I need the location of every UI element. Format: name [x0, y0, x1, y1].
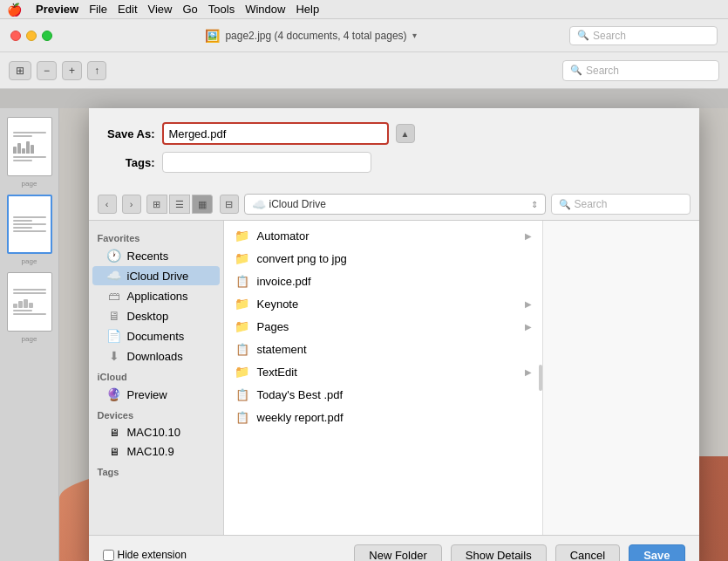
menu-help[interactable]: Help	[296, 3, 319, 16]
new-folder-button[interactable]: New Folder	[354, 544, 441, 561]
arrow-icon-textedit: ▶	[525, 367, 532, 377]
sidebar-item-mac1010[interactable]: 🖥 MAC10.10	[92, 423, 220, 441]
file-item-pages[interactable]: 📁 Pages ▶	[224, 315, 542, 338]
preview-icon: 🔮	[106, 387, 122, 401]
zoom-in-btn[interactable]: +	[62, 61, 82, 80]
main-area: Save As: ▲ Tags: ‹	[59, 108, 728, 561]
show-details-button[interactable]: Show Details	[451, 544, 547, 561]
file-browser-sidebar: Favorites 🕐 Recents ☁️ iCloud Drive 🗃 Ap…	[89, 221, 224, 535]
folder-icon-keynote: 📁	[235, 296, 250, 311]
gallery-view-btn[interactable]: ⊟	[220, 195, 239, 214]
file-item-statement[interactable]: 📋 statement	[224, 338, 542, 360]
save-as-input[interactable]	[162, 122, 389, 145]
file-name-textedit: TextEdit	[257, 366, 297, 379]
toolbar-search-icon: 🔍	[570, 65, 582, 76]
sidebar-item-desktop[interactable]: 🖥 Desktop	[92, 306, 220, 325]
title-icon: 🖼️	[205, 29, 220, 43]
minimize-button[interactable]	[26, 31, 37, 41]
view-mode-buttons: ⊞ ☰ ▦	[146, 195, 213, 214]
sidebar-item-mac109[interactable]: 🖥 MAC10.9	[92, 442, 220, 461]
thumbnail-page-1[interactable]	[7, 117, 52, 176]
sidebar-item-icloud-drive[interactable]: ☁️ iCloud Drive	[92, 266, 220, 285]
icon-view-icon: ⊞	[153, 199, 160, 210]
menu-tools[interactable]: Tools	[208, 3, 235, 16]
sidebar-item-applications[interactable]: 🗃 Applications	[92, 286, 220, 305]
icon-view-btn[interactable]: ⊞	[146, 195, 167, 214]
hide-extension-checkbox[interactable]	[103, 550, 114, 561]
list-view-icon: ☰	[175, 199, 184, 210]
hide-extension-label: Hide extension	[118, 549, 187, 561]
file-item-weekly-report[interactable]: 📋 weekly report.pdf	[224, 406, 542, 428]
file-name-todays-best: Today's Best .pdf	[257, 388, 344, 401]
file-item-textedit[interactable]: 📁 TextEdit ▶	[224, 360, 542, 383]
titlebar-search-placeholder: Search	[593, 30, 626, 42]
apple-menu[interactable]: 🍎	[7, 3, 22, 17]
sidebar-label-icloud-drive: iCloud Drive	[127, 270, 189, 283]
menu-edit[interactable]: Edit	[118, 3, 137, 16]
zoom-out-btn[interactable]: −	[37, 61, 57, 80]
menu-go[interactable]: Go	[182, 3, 197, 16]
pdf-icon-todays-best: 📋	[235, 387, 250, 402]
share-icon: ↑	[94, 65, 99, 77]
mac109-icon: 🖥	[106, 446, 122, 458]
title-bar: 🖼️ page2.jpg (4 documents, 4 total pages…	[0, 19, 728, 52]
menu-view[interactable]: View	[148, 3, 173, 16]
menu-file[interactable]: File	[89, 3, 107, 16]
dropdown-arrow[interactable]: ▾	[412, 31, 417, 40]
location-chevron-icon: ⇕	[531, 200, 538, 209]
expand-collapse-btn[interactable]: ▲	[396, 124, 415, 143]
dialog-footer: Hide extension New Folder Show Details C…	[89, 535, 699, 561]
sidebar-toggle-btn[interactable]: ⊞	[9, 61, 31, 80]
file-item-invoice[interactable]: 📋 invoice.pdf	[224, 270, 542, 292]
forward-arrow-icon: ›	[130, 199, 133, 209]
sidebar-item-documents[interactable]: 📄 Documents	[92, 326, 220, 345]
file-name-keynote: Keynote	[257, 298, 299, 311]
file-name-pages: Pages	[257, 320, 289, 333]
browser-search-icon: 🔍	[559, 199, 571, 210]
sidebar-label-mac109: MAC10.9	[127, 445, 174, 458]
chevron-up-icon: ▲	[401, 129, 410, 139]
sidebar-toggle-icon: ⊞	[16, 65, 24, 77]
nav-back-btn[interactable]: ‹	[98, 195, 117, 214]
titlebar-search-box[interactable]: 🔍 Search	[569, 26, 718, 45]
thumbnail-page-3[interactable]	[7, 272, 52, 332]
menu-window[interactable]: Window	[245, 3, 285, 16]
sidebar-item-downloads[interactable]: ⬇ Downloads	[92, 346, 220, 366]
file-name-automator: Automator	[257, 229, 310, 243]
thumbnail-page-2[interactable]	[7, 195, 52, 254]
cancel-button[interactable]: Cancel	[555, 544, 620, 561]
resize-handle[interactable]	[539, 365, 542, 391]
file-item-todays-best[interactable]: 📋 Today's Best .pdf	[224, 383, 542, 406]
applications-icon: 🗃	[106, 289, 122, 303]
pdf-icon-invoice: 📋	[235, 273, 250, 289]
column-view-btn[interactable]: ▦	[192, 195, 213, 214]
browser-search-placeholder: Search	[575, 198, 608, 210]
browser-toolbar: ‹ › ⊞ ☰ ▦	[89, 188, 699, 221]
save-as-label: Save As:	[103, 127, 155, 140]
folder-icon-textedit: 📁	[235, 364, 250, 380]
sidebar-label-downloads: Downloads	[127, 350, 183, 363]
arrow-icon-automator: ▶	[525, 231, 532, 241]
cloud-icon: ☁️	[252, 198, 266, 211]
location-dropdown[interactable]: ☁️ iCloud Drive ⇕	[244, 194, 546, 215]
file-name-invoice: invoice.pdf	[257, 275, 311, 288]
save-button[interactable]: Save	[629, 544, 684, 561]
browser-search-box[interactable]: 🔍 Search	[551, 194, 691, 215]
zoom-in-icon: +	[69, 65, 75, 77]
hide-extension-check[interactable]: Hide extension	[103, 549, 187, 561]
tags-input[interactable]	[162, 152, 371, 173]
file-item-keynote[interactable]: 📁 Keynote ▶	[224, 292, 542, 315]
file-item-automator[interactable]: 📁 Automator ▶	[224, 224, 542, 247]
sidebar-item-recents[interactable]: 🕐 Recents	[92, 246, 220, 265]
toolbar-search-placeholder: Search	[586, 65, 619, 77]
file-item-convert-png[interactable]: 📁 convert png to jpg	[224, 247, 542, 270]
fullscreen-button[interactable]	[42, 31, 52, 41]
nav-forward-btn[interactable]: ›	[122, 195, 141, 214]
app-name[interactable]: Preview	[36, 3, 78, 16]
pdf-icon-weekly-report: 📋	[235, 409, 250, 425]
sidebar-item-preview[interactable]: 🔮 Preview	[92, 385, 220, 404]
share-btn[interactable]: ↑	[87, 61, 106, 80]
list-view-btn[interactable]: ☰	[169, 195, 190, 214]
devices-section-header: Devices	[89, 405, 223, 422]
close-button[interactable]	[10, 31, 21, 41]
